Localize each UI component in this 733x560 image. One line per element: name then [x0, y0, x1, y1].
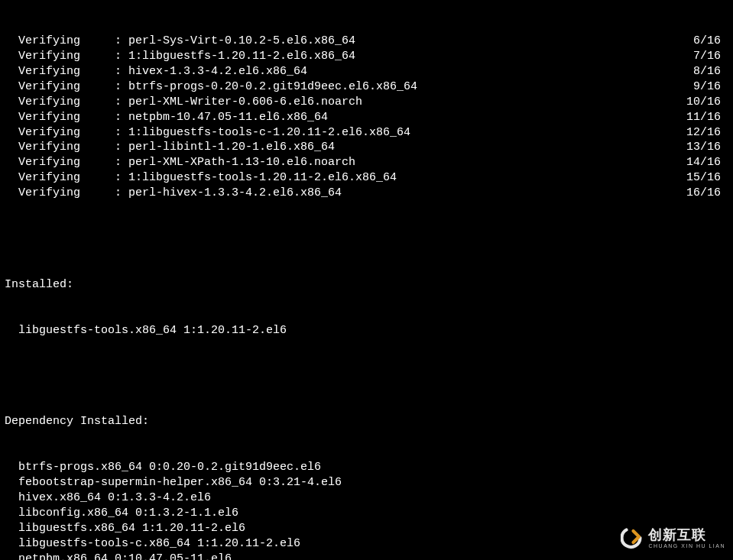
verify-row: Verifying : 1:libguestfs-tools-c-1.20.11… — [5, 125, 728, 141]
installed-list: libguestfs-tools.x86_64 1:1.20.11-2.el6 — [5, 323, 728, 338]
verify-left: Verifying : perl-hivex-1.3.3-4.2.el6.x86… — [5, 186, 342, 201]
verify-count: 10/16 — [686, 95, 728, 110]
verify-count: 8/16 — [693, 64, 728, 79]
verify-row: Verifying : perl-XML-Writer-0.606-6.el6.… — [5, 95, 728, 110]
verify-left: Verifying : perl-XML-Writer-0.606-6.el6.… — [5, 95, 362, 110]
dependency-item: febootstrap-supermin-helper.x86_64 0:3.2… — [5, 475, 728, 490]
verify-count: 16/16 — [686, 186, 728, 201]
terminal-output: Verifying : perl-Sys-Virt-0.10.2-5.el6.x… — [0, 0, 733, 560]
dependency-header: Dependency Installed: — [5, 414, 728, 429]
installed-item: libguestfs-tools.x86_64 1:1.20.11-2.el6 — [5, 323, 728, 338]
verify-count: 7/16 — [693, 49, 728, 64]
verify-row: Verifying : btrfs-progs-0.20-0.2.git91d9… — [5, 79, 728, 95]
verify-count: 11/16 — [686, 110, 728, 125]
verify-count: 15/16 — [686, 170, 728, 186]
dependency-list: btrfs-progs.x86_64 0:0.20-0.2.git91d9eec… — [5, 460, 728, 560]
verify-row: Verifying : hivex-1.3.3-4.2.el6.x86_648/… — [5, 64, 728, 79]
verify-left: Verifying : netpbm-10.47.05-11.el6.x86_6… — [5, 110, 328, 125]
verify-left: Verifying : btrfs-progs-0.20-0.2.git91d9… — [5, 79, 417, 95]
verify-count: 12/16 — [686, 125, 728, 141]
verify-row: Verifying : 1:libguestfs-1.20.11-2.el6.x… — [5, 49, 728, 64]
verify-row: Verifying : perl-hivex-1.3.3-4.2.el6.x86… — [5, 186, 728, 201]
verify-left: Verifying : perl-libintl-1.20-1.el6.x86_… — [5, 140, 335, 155]
verify-count: 13/16 — [686, 140, 728, 155]
verify-count: 6/16 — [693, 34, 728, 49]
dependency-item: hivex.x86_64 0:1.3.3-4.2.el6 — [5, 490, 728, 506]
dependency-item: libguestfs.x86_64 1:1.20.11-2.el6 — [5, 521, 728, 536]
verify-row: Verifying : perl-Sys-Virt-0.10.2-5.el6.x… — [5, 34, 728, 49]
dependency-item: netpbm.x86_64 0:10.47.05-11.el6 — [5, 552, 728, 560]
verify-row: Verifying : netpbm-10.47.05-11.el6.x86_6… — [5, 110, 728, 125]
verify-left: Verifying : hivex-1.3.3-4.2.el6.x86_64 — [5, 64, 307, 79]
dependency-item: libconfig.x86_64 0:1.3.2-1.1.el6 — [5, 506, 728, 521]
verify-left: Verifying : 1:libguestfs-tools-c-1.20.11… — [5, 125, 410, 141]
verify-block: Verifying : perl-Sys-Virt-0.10.2-5.el6.x… — [5, 34, 728, 201]
dependency-item: btrfs-progs.x86_64 0:0.20-0.2.git91d9eec… — [5, 460, 728, 475]
blank-line — [5, 231, 728, 247]
verify-left: Verifying : perl-Sys-Virt-0.10.2-5.el6.x… — [5, 34, 355, 49]
verify-left: Verifying : 1:libguestfs-1.20.11-2.el6.x… — [5, 49, 355, 64]
dependency-item: libguestfs-tools-c.x86_64 1:1.20.11-2.el… — [5, 536, 728, 552]
verify-left: Verifying : 1:libguestfs-tools-1.20.11-2… — [5, 170, 397, 186]
installed-header: Installed: — [5, 277, 728, 293]
verify-row: Verifying : perl-XML-XPath-1.13-10.el6.n… — [5, 155, 728, 170]
verify-left: Verifying : perl-XML-XPath-1.13-10.el6.n… — [5, 155, 355, 170]
verify-count: 9/16 — [693, 79, 728, 95]
verify-row: Verifying : 1:libguestfs-tools-1.20.11-2… — [5, 170, 728, 186]
verify-row: Verifying : perl-libintl-1.20-1.el6.x86_… — [5, 140, 728, 155]
verify-count: 14/16 — [686, 155, 728, 170]
blank-line — [5, 369, 728, 384]
